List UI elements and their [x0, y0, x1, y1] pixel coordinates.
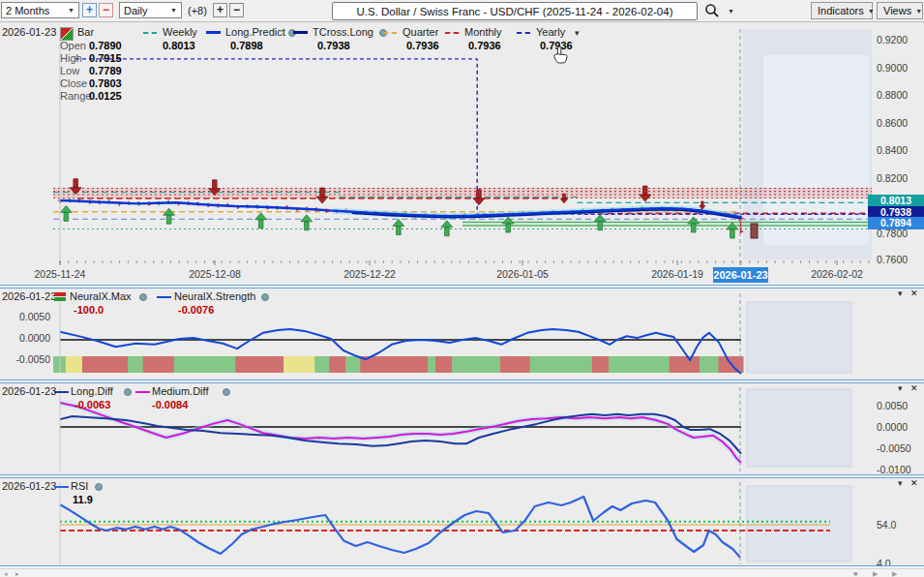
search-chevron-icon[interactable]: ▼: [728, 8, 734, 15]
charts-canvas: [0, 0, 924, 577]
rsi-swatch-icon: [54, 486, 69, 488]
views-button[interactable]: Views ▼: [877, 2, 923, 19]
legend-weekly[interactable]: Weekly: [163, 26, 197, 38]
neuralx-strength-swatch-icon: [157, 296, 171, 298]
main-y-axis-label: 0.7800: [877, 228, 908, 239]
legend-tcross-long-value: 0.7938: [317, 40, 350, 51]
panel-separator[interactable]: [0, 474, 924, 478]
range-zoom-out-button[interactable]: −: [99, 3, 113, 17]
rsi-toggle-icon[interactable]: [95, 483, 103, 491]
range-select-value: 2 Months: [6, 5, 49, 16]
range-select[interactable]: 2 Months ▼: [1, 2, 79, 18]
symbol-title: U.S. Dollar / Swiss Franc - USD/CHF (202…: [356, 6, 672, 17]
top-toolbar: 2 Months ▼ + − Daily ▼ (+8) + − U.S. Dol…: [0, 0, 924, 22]
panel-separator[interactable]: [0, 380, 924, 383]
views-button-label: Views: [883, 5, 911, 16]
ohlc-high-label: High: [60, 52, 82, 64]
ohlc-low-label: Low: [60, 65, 79, 76]
legend-neu ralx-max[interactable]: NeuralX.Max: [70, 290, 132, 302]
selected-date-tag: 2026-01-23: [713, 267, 768, 283]
indicators-button-label: Indicators: [818, 5, 864, 16]
diff-y-axis-label: 0.0050: [877, 400, 908, 411]
scroll-right-icon[interactable]: ▸: [15, 569, 19, 577]
main-y-axis-label: 0.7600: [877, 254, 908, 265]
main-x-axis-label: 2025-12-08: [189, 268, 241, 280]
ohlc-close-value: 0.7803: [89, 77, 122, 89]
scroll-left-icon[interactable]: ◂: [4, 569, 8, 577]
long-diff-swatch-icon: [54, 391, 69, 393]
ohlc-close-label: Close: [60, 77, 87, 89]
panel-separator[interactable]: [0, 285, 924, 288]
legend-tcross-long[interactable]: TCross.Long: [313, 26, 373, 38]
symbol-title-input[interactable]: U.S. Dollar / Swiss Franc - USD/CHF (202…: [332, 2, 698, 20]
yearly-swatch-icon: [517, 32, 530, 34]
main-x-axis-label: 2026-02-02: [811, 268, 863, 280]
ohlc-range-value: 0.0125: [89, 90, 122, 102]
legend-monthly[interactable]: Monthly: [464, 26, 502, 38]
scroll-step-right-icon[interactable]: ▶: [873, 569, 878, 577]
bars-minus-button[interactable]: −: [229, 3, 244, 17]
diff-close-icon[interactable]: ✕: [910, 383, 918, 393]
legend-long-predict[interactable]: Long.Predict: [225, 26, 285, 38]
charting-app: 2 Months ▼ + − Daily ▼ (+8) + − U.S. Dol…: [0, 0, 924, 577]
legend-bar[interactable]: Bar: [77, 26, 94, 38]
bars-plus-button[interactable]: +: [213, 3, 227, 17]
legend-collapse-icon[interactable]: ▾: [575, 28, 580, 38]
legend-rsi[interactable]: RSI: [71, 480, 88, 492]
ohlc-open-label: Open: [60, 40, 86, 51]
weekly-swatch-icon: [143, 32, 157, 34]
neural-collapse-icon[interactable]: ▾: [898, 288, 903, 298]
legend-long-predict-value: 0.7898: [230, 40, 263, 51]
medium-diff-swatch-icon: [135, 391, 150, 393]
ohlc-range-label: Range: [60, 90, 91, 102]
main-y-axis-label: 0.8800: [877, 89, 908, 101]
long-diff-value: -0.0063: [75, 399, 110, 410]
diff-y-axis-label: -0.0050: [877, 442, 911, 454]
legend-long-diff[interactable]: Long.Diff: [71, 385, 113, 397]
scroll-thumb-icon[interactable]: ■: [853, 569, 857, 577]
main-cursor-date: 2026-01-23: [2, 26, 56, 38]
neuralx-strength-toggle-icon[interactable]: [261, 293, 269, 301]
main-y-axis-label: 0.9200: [877, 34, 908, 46]
chevron-down-icon: ▼: [868, 8, 875, 15]
neural-cursor-date: 2026-01-23: [2, 290, 56, 302]
neural-close-icon[interactable]: ✕: [910, 288, 918, 298]
diff-cursor-date: 2026-01-23: [2, 385, 56, 397]
neural-y-axis-label: -0.0050: [15, 353, 50, 365]
legend-weekly-value: 0.8013: [163, 40, 195, 51]
indicators-button[interactable]: Indicators ▼: [811, 2, 873, 19]
range-zoom-in-button[interactable]: +: [82, 3, 97, 17]
main-x-axis-label: 2025-12-22: [343, 268, 396, 280]
main-x-axis-label: 2026-01-19: [651, 268, 703, 280]
ohlc-open-value: 0.7890: [89, 40, 122, 51]
ohlc-high-value: 0.7915: [89, 52, 122, 64]
chevron-down-icon: ▼: [915, 8, 922, 15]
mouse-hand-cursor: [551, 46, 569, 66]
diff-collapse-icon[interactable]: ▾: [898, 383, 903, 393]
tcross-long-swatch-icon: [293, 31, 308, 34]
medium-diff-toggle-icon[interactable]: [223, 388, 230, 396]
rsi-y-axis-label: 54.0: [877, 519, 896, 531]
neural-y-axis-label: 0.0000: [19, 332, 50, 344]
neuralx-max-toggle-icon[interactable]: [139, 293, 147, 301]
legend-quarter[interactable]: Quarter: [402, 26, 438, 38]
main-x-axis-label: 2026-01-05: [496, 268, 549, 280]
chevron-down-icon: ▼: [68, 7, 75, 14]
rsi-collapse-icon[interactable]: ▾: [898, 478, 903, 488]
scroll-end-right-icon[interactable]: ▶: [892, 569, 897, 577]
bar-series-swatch-icon: [60, 27, 74, 41]
legend-yearly[interactable]: Yearly: [536, 26, 565, 38]
interval-select[interactable]: Daily ▼: [119, 2, 182, 18]
legend-neuralx-strength[interactable]: NeuralX.Strength: [174, 290, 255, 302]
rsi-close-icon[interactable]: ✕: [910, 478, 918, 488]
monthly-swatch-icon: [445, 32, 459, 34]
long-diff-toggle-icon[interactable]: [124, 388, 132, 396]
chevron-down-icon: ▼: [170, 7, 177, 14]
main-y-axis-label: 0.8600: [877, 117, 908, 129]
search-icon[interactable]: [704, 3, 720, 18]
h-scrollbar[interactable]: ◂ ▸ ■ ▶ ▶: [0, 568, 924, 577]
neural-y-axis-label: 0.0050: [19, 311, 50, 322]
long-predict-swatch-icon: [206, 31, 221, 34]
quarter-swatch-icon: [383, 32, 397, 34]
legend-medium-diff[interactable]: Medium.Diff: [152, 385, 208, 397]
